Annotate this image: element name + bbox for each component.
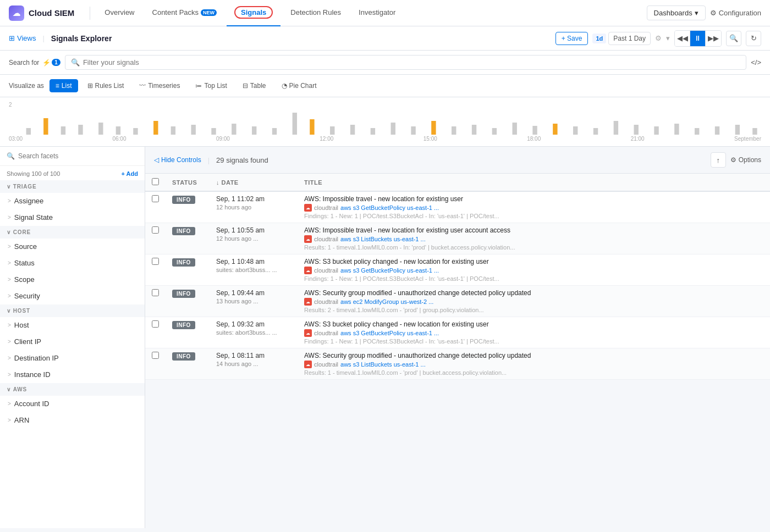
svg-rect-33 bbox=[674, 124, 679, 135]
row-source: ☁ cloudtrail aws s3 GetBucketPolicy us-e… bbox=[304, 204, 763, 212]
svg-rect-36 bbox=[735, 125, 740, 135]
svg-rect-16 bbox=[330, 126, 334, 135]
pause-button[interactable]: ⏸ bbox=[690, 31, 706, 46]
row-checkbox[interactable] bbox=[152, 320, 159, 328]
svg-rect-15 bbox=[310, 119, 314, 135]
sidebar-item-host[interactable]: > Host bbox=[0, 317, 145, 334]
sidebar-item-status[interactable]: > Status bbox=[0, 255, 145, 271]
facets-search[interactable]: 🔍 bbox=[0, 147, 145, 166]
hide-controls-button[interactable]: ◁ Hide Controls bbox=[154, 156, 201, 164]
refresh-button[interactable]: ↻ bbox=[746, 31, 761, 46]
chevron-right-icon: > bbox=[8, 293, 11, 299]
table-row[interactable]: INFO Sep, 1 10:48 am suites: abort3buss.… bbox=[145, 254, 770, 286]
row-date-main: Sep, 1 10:55 am bbox=[216, 226, 291, 234]
sidebar-item-security[interactable]: > Security bbox=[0, 288, 145, 304]
viz-list[interactable]: ≡ List bbox=[50, 79, 78, 92]
nav-overview[interactable]: Overview bbox=[97, 0, 142, 26]
cloudtrail-icon: ☁ bbox=[304, 298, 312, 306]
next-button[interactable]: ▶▶ bbox=[706, 31, 721, 46]
viz-timeseries[interactable]: 〰 Timeseries bbox=[133, 79, 186, 92]
row-checkbox[interactable] bbox=[152, 289, 159, 296]
svg-rect-5 bbox=[116, 126, 120, 135]
save-button[interactable]: + Save bbox=[556, 32, 588, 45]
source-label: cloudtrail bbox=[314, 298, 338, 305]
row-detail: Results: 2 - timeval.1.lowMIL0.com - 'pr… bbox=[304, 307, 763, 313]
sidebar-section-core[interactable]: ∨ CORE bbox=[0, 226, 145, 239]
prev-button[interactable]: ◀◀ bbox=[675, 31, 690, 46]
viz-top-list[interactable]: ≔ Top List bbox=[189, 79, 233, 92]
search-button[interactable]: 🔍 bbox=[726, 31, 741, 46]
nav-detection-rules[interactable]: Detection Rules bbox=[283, 0, 349, 26]
facets-search-input[interactable] bbox=[18, 152, 138, 160]
signal-search-input[interactable] bbox=[83, 58, 740, 66]
row-checkbox[interactable] bbox=[152, 258, 159, 265]
chevron-down-icon: ∨ bbox=[7, 184, 11, 190]
row-title-cell: AWS: Impossible travel - new location fo… bbox=[298, 223, 770, 254]
add-facet-button[interactable]: + Add bbox=[122, 170, 138, 177]
nav-content-packs[interactable]: Content Packs NEW bbox=[145, 0, 225, 26]
sidebar-item-assignee[interactable]: > Assignee bbox=[0, 193, 145, 209]
views-button[interactable]: ⊞ Views bbox=[9, 34, 36, 42]
col-header-date[interactable]: ↓ DATE bbox=[210, 174, 298, 191]
sidebar-section-aws[interactable]: ∨ AWS bbox=[0, 383, 145, 396]
row-date-cell: Sep, 1 11:02 am 12 hours ago bbox=[210, 191, 298, 223]
table-row[interactable]: INFO Sep, 1 09:44 am 13 hours ago ... AW… bbox=[145, 286, 770, 317]
sidebar-section-triage[interactable]: ∨ TRIAGE bbox=[0, 180, 145, 193]
col-header-status[interactable]: STATUS bbox=[166, 174, 210, 191]
svg-rect-12 bbox=[252, 126, 256, 135]
signal-search-wrap[interactable]: 🔍 bbox=[65, 55, 746, 70]
sidebar-item-instance-id[interactable]: > Instance ID bbox=[0, 367, 145, 383]
row-tags: aws s3 GetBucketPolicy us-east-1 ... bbox=[340, 204, 439, 211]
row-checkbox[interactable] bbox=[152, 226, 159, 234]
export-button[interactable]: ↑ bbox=[711, 152, 726, 168]
svg-rect-27 bbox=[553, 124, 557, 135]
row-checkbox[interactable] bbox=[152, 195, 159, 202]
nav-investigator[interactable]: Investigator bbox=[351, 0, 403, 26]
playback-controls: ◀◀ ⏸ ▶▶ bbox=[674, 30, 722, 47]
viz-table[interactable]: ⊟ Table bbox=[237, 79, 272, 92]
configuration-button[interactable]: ⚙ Configuration bbox=[710, 9, 761, 17]
chevron-down-icon[interactable]: ▾ bbox=[666, 34, 670, 42]
svg-rect-29 bbox=[593, 128, 598, 135]
row-status-cell: INFO bbox=[166, 317, 210, 348]
sidebar: 🔍 Showing 100 of 100 + Add ∨ TRIAGE > As… bbox=[0, 147, 145, 528]
svg-rect-24 bbox=[492, 128, 497, 135]
sidebar-item-client-ip[interactable]: > Client IP bbox=[0, 334, 145, 350]
table-row[interactable]: INFO Sep, 1 09:32 am suites: abort3buss.… bbox=[145, 317, 770, 348]
options-button[interactable]: ⚙ Options bbox=[730, 156, 761, 164]
viz-pie-chart[interactable]: ◔ Pie Chart bbox=[276, 79, 323, 92]
select-all-checkbox[interactable] bbox=[152, 178, 159, 185]
sidebar-item-scope[interactable]: > Scope bbox=[0, 271, 145, 288]
row-checkbox[interactable] bbox=[152, 352, 159, 359]
svg-rect-1 bbox=[43, 118, 48, 135]
chevron-down-icon: ∨ bbox=[7, 229, 11, 235]
nav-signals[interactable]: Signals bbox=[227, 0, 280, 26]
code-toggle-button[interactable]: </> bbox=[751, 58, 761, 66]
sidebar-item-source[interactable]: > Source bbox=[0, 239, 145, 255]
svg-rect-19 bbox=[391, 123, 395, 135]
sidebar-item-destination-ip[interactable]: > Destination IP bbox=[0, 350, 145, 367]
svg-rect-8 bbox=[171, 126, 175, 135]
status-badge: INFO bbox=[172, 352, 195, 361]
row-source: ☁ cloudtrail aws s3 GetBucketPolicy us-e… bbox=[304, 329, 763, 337]
table-row[interactable]: INFO Sep, 1 08:11 am 14 hours ago ... AW… bbox=[145, 348, 770, 380]
table-row[interactable]: INFO Sep, 1 10:55 am 12 hours ago ... AW… bbox=[145, 223, 770, 254]
col-header-title[interactable]: TITLE bbox=[298, 174, 770, 191]
dashboards-button[interactable]: Dashboards ▾ bbox=[647, 5, 706, 20]
sidebar-showing: Showing 100 of 100 + Add bbox=[0, 166, 145, 180]
svg-rect-3 bbox=[78, 125, 82, 135]
time-label[interactable]: Past 1 Day bbox=[608, 32, 651, 45]
sidebar-section-host[interactable]: ∨ HOST bbox=[0, 304, 145, 317]
brand: ☁ Cloud SIEM bbox=[9, 5, 74, 21]
viz-rules-list[interactable]: ⊞ Rules List bbox=[81, 79, 130, 92]
sidebar-item-signal-state[interactable]: > Signal State bbox=[0, 209, 145, 226]
source-label: cloudtrail bbox=[314, 236, 338, 242]
table-row[interactable]: INFO Sep, 1 11:02 am 12 hours ago AWS: I… bbox=[145, 191, 770, 223]
svg-rect-18 bbox=[371, 128, 375, 135]
row-checkbox-cell bbox=[145, 317, 166, 348]
sidebar-item-account-id[interactable]: > Account ID bbox=[0, 396, 145, 412]
col-header-checkbox bbox=[145, 174, 166, 191]
sidebar-item-arn[interactable]: > ARN bbox=[0, 412, 145, 429]
row-source: ☁ cloudtrail aws s3 GetBucketPolicy us-e… bbox=[304, 267, 763, 274]
svg-rect-20 bbox=[411, 126, 415, 135]
